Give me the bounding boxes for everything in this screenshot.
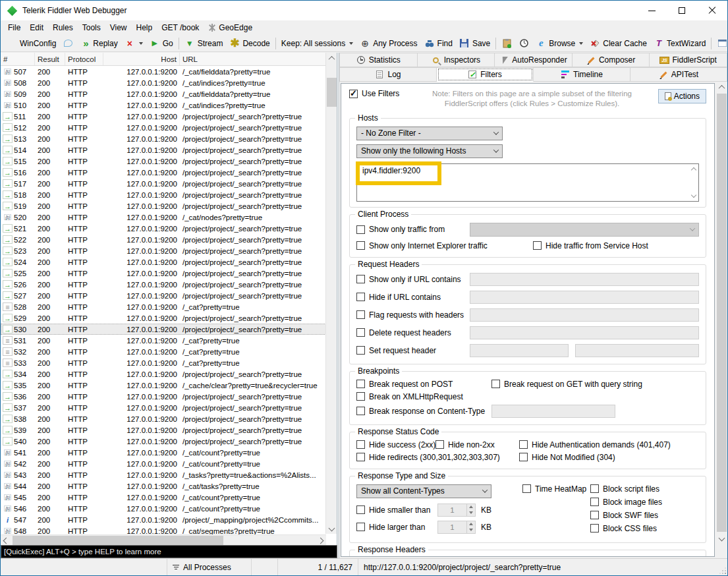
browse-button[interactable]: eBrowse — [532, 37, 586, 50]
tab-inspectors[interactable]: Inspectors — [418, 53, 495, 67]
stream-button[interactable]: ▼Stream — [181, 37, 227, 50]
go-button[interactable]: ▶Go — [146, 37, 177, 50]
session-row[interactable]: 511200HTTP127.0.0.1:9200/project/project… — [1, 111, 326, 122]
tab-timeline[interactable]: Timeline — [534, 67, 630, 82]
show-only-url-contains-input[interactable] — [470, 273, 699, 286]
session-row[interactable]: 509200HTTP127.0.0.1:9200/_cat/fielddata?… — [1, 88, 326, 100]
block-image-checkbox[interactable]: Block image files — [590, 498, 699, 507]
session-row[interactable]: 515200HTTP127.0.0.1:9200/project/project… — [1, 156, 326, 167]
menu-item-geoedge[interactable]: GeoEdge — [204, 21, 257, 34]
session-row[interactable]: 525200HTTP127.0.0.1:9200/project/project… — [1, 268, 326, 279]
hide-redirects-checkbox[interactable]: Hide redirects (300,301,302,303,307) — [356, 453, 519, 462]
textwizard-button[interactable]: TTextWizard — [650, 37, 709, 50]
tab-filters[interactable]: ✓Filters — [437, 67, 534, 82]
use-filters-checkbox[interactable]: Use Filters — [349, 89, 399, 98]
scroll-left-button[interactable] — [1, 535, 12, 546]
delete-request-headers-checkbox[interactable]: Delete request headers — [356, 328, 470, 337]
scroll-up-icon[interactable] — [691, 167, 696, 173]
scroll-thumb[interactable] — [717, 94, 727, 532]
hide-smaller-size-stepper[interactable]: 1 — [437, 504, 476, 517]
block-script-checkbox[interactable]: Block script files — [590, 484, 699, 494]
actions-button[interactable]: Actions — [658, 89, 706, 103]
show-only-url-contains-checkbox[interactable]: Show only if URL contains — [356, 275, 470, 284]
session-row[interactable]: 533200HTTP127.0.0.1:9200/_cat?pretty=tru… — [1, 357, 326, 368]
scroll-up-button[interactable] — [326, 53, 337, 64]
remove-sessions-button[interactable]: × — [121, 37, 146, 50]
hide-url-contains-input[interactable] — [470, 291, 699, 304]
hide-smaller-checkbox[interactable]: Hide smaller than — [356, 505, 437, 515]
session-list-horizontal-scrollbar[interactable] — [1, 534, 326, 545]
break-content-type-input[interactable] — [491, 405, 615, 418]
break-on-xhr-checkbox[interactable]: Break on XMLHttpRequest — [356, 392, 463, 401]
break-on-post-checkbox[interactable]: Break request on POST — [356, 380, 491, 389]
keep-sessions-dropdown[interactable]: Keep: All sessions — [278, 38, 356, 49]
session-row[interactable]: 528200HTTP127.0.0.1:9200/_cat?pretty=tru… — [1, 301, 326, 312]
session-row[interactable]: 518200HTTP127.0.0.1:9200/project/project… — [1, 189, 326, 200]
scroll-thumb[interactable] — [327, 78, 337, 107]
menu-item-tools[interactable]: Tools — [78, 21, 105, 34]
break-response-content-type-checkbox[interactable]: Break response on Content-Type — [356, 407, 491, 416]
capturing-indicator[interactable] — [1, 559, 167, 575]
menu-item-view[interactable]: View — [105, 21, 132, 34]
hide-non2xx-checkbox[interactable]: Hide non-2xx — [435, 440, 519, 449]
hide-url-contains-checkbox[interactable]: Hide if URL contains — [356, 293, 470, 302]
session-row[interactable]: 507200HTTP127.0.0.1:9200/_cat/fielddata?… — [1, 66, 326, 77]
maximize-button[interactable] — [667, 1, 697, 20]
scroll-right-button[interactable] — [315, 535, 326, 546]
winconfig-button[interactable]: WinConfig — [3, 37, 59, 50]
hide-larger-size-stepper[interactable]: 1 — [437, 521, 476, 534]
decode-button[interactable]: ✱Decode — [226, 37, 273, 50]
flag-requests-headers-checkbox[interactable]: Flag requests with headers — [356, 310, 470, 320]
hide-service-host-checkbox[interactable]: Hide traffic from Service Host — [533, 241, 648, 250]
set-request-header-value-input[interactable] — [575, 344, 699, 357]
session-row[interactable]: 538200HTTP127.0.0.1:9200/project/project… — [1, 413, 326, 424]
session-row[interactable]: 520200HTTP127.0.0.1:9200/_cat/nodes?pret… — [1, 212, 326, 223]
set-request-header-checkbox[interactable]: Set request header — [356, 346, 470, 355]
find-button[interactable]: Find — [421, 37, 456, 50]
replay-button[interactable]: »Replay — [76, 37, 121, 50]
tearoff-button[interactable]: Tearoff — [714, 37, 728, 50]
block-css-checkbox[interactable]: Block CSS files — [590, 524, 699, 533]
session-row[interactable]: 531200HTTP127.0.0.1:9200/_cat?pretty=tru… — [1, 335, 326, 346]
clear-cache-button[interactable]: Clear Cache — [586, 37, 650, 50]
session-row[interactable]: 510200HTTP127.0.0.1:9200/_cat/indices?pr… — [1, 100, 326, 111]
tab-fiddlerscript[interactable]: JSFiddlerScript — [650, 53, 727, 67]
save-button[interactable]: Save — [456, 37, 493, 50]
scroll-down-button[interactable] — [716, 533, 727, 544]
session-row[interactable]: 519200HTTP127.0.0.1:9200/project/project… — [1, 200, 326, 212]
scroll-up-button[interactable] — [716, 82, 727, 93]
session-row[interactable]: 545200HTTP127.0.0.1:9200/_cat/count?pret… — [1, 492, 326, 503]
comment-button[interactable] — [59, 37, 76, 50]
content-types-dropdown[interactable]: Show all Content-Types — [356, 484, 491, 498]
session-row[interactable]: 539200HTTP127.0.0.1:9200/project/project… — [1, 424, 326, 436]
session-row[interactable]: 526200HTTP127.0.0.1:9200/project/project… — [1, 279, 326, 290]
menu-item-edit[interactable]: Edit — [25, 21, 48, 34]
zone-filter-dropdown[interactable]: - No Zone Filter - — [356, 127, 503, 140]
menu-item-help[interactable]: Help — [132, 21, 157, 34]
session-row[interactable]: 548200HTTP127.0.0.1:9200/_cat/segments?p… — [1, 525, 326, 534]
tab-autoresponder[interactable]: AutoResponder — [495, 53, 573, 67]
host-filter-dropdown[interactable]: Show only the following Hosts — [356, 144, 503, 158]
hide-larger-checkbox[interactable]: Hide larger than — [356, 523, 437, 532]
tab-apitest[interactable]: APITest — [630, 67, 727, 82]
delete-request-headers-input[interactable] — [470, 326, 699, 339]
break-on-get-checkbox[interactable]: Break request on GET with query string — [491, 380, 642, 389]
block-swf-checkbox[interactable]: Block SWF files — [590, 511, 699, 520]
host-list-textarea[interactable]: ipv4.fiddler:9200 — [356, 163, 699, 202]
session-row[interactable]: 541200HTTP127.0.0.1:9200/_cat/count?pret… — [1, 447, 326, 458]
session-row[interactable]: 547200HTTP127.0.0.1:9200/project/_mappin… — [1, 514, 326, 525]
session-row[interactable]: 534200HTTP127.0.0.1:9200/project/project… — [1, 368, 326, 380]
hide-success-checkbox[interactable]: Hide success (2xx) — [356, 440, 435, 449]
tab-statistics[interactable]: Statistics — [339, 53, 418, 67]
session-row[interactable]: 537200HTTP127.0.0.1:9200/project/project… — [1, 402, 326, 413]
session-row[interactable]: 527200HTTP127.0.0.1:9200/project/project… — [1, 290, 326, 301]
session-row[interactable]: 536200HTTP127.0.0.1:9200/project/project… — [1, 391, 326, 402]
session-row[interactable]: 530200HTTP127.0.0.1:9200/project/project… — [1, 324, 326, 335]
scroll-thumb[interactable] — [13, 536, 223, 545]
show-only-ie-checkbox[interactable]: Show only Internet Explorer traffic — [356, 241, 533, 250]
session-list-vertical-scrollbar[interactable] — [325, 53, 337, 534]
resize-grip[interactable] — [719, 567, 726, 574]
minimize-button[interactable] — [636, 1, 667, 20]
hide-not-modified-checkbox[interactable]: Hide Not Modified (304) — [519, 453, 615, 462]
session-row[interactable]: 543200HTTP127.0.0.1:9200/_tasks?pretty=t… — [1, 469, 326, 480]
